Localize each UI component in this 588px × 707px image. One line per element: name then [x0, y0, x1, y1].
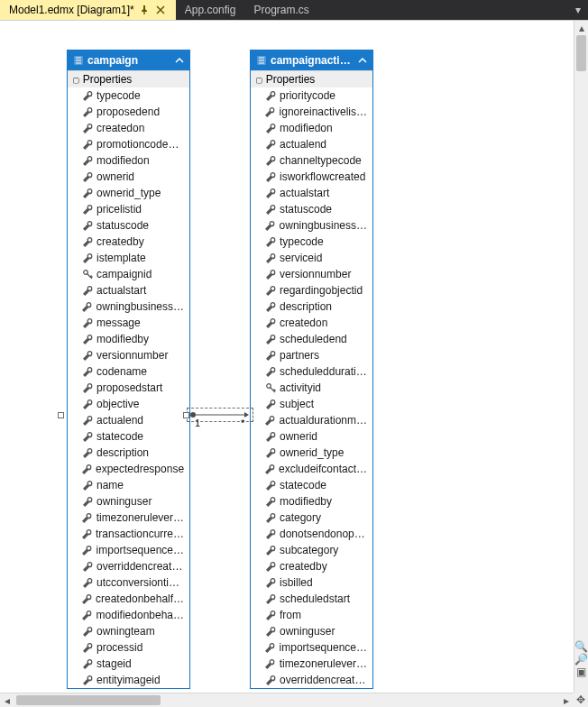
property-item[interactable]: statecode [68, 428, 189, 445]
property-item[interactable]: utcconversionti… [68, 574, 189, 591]
property-item[interactable]: proposedend [68, 104, 189, 120]
property-item[interactable]: prioritycode [251, 87, 372, 104]
pan-icon[interactable]: ✥ [574, 693, 588, 707]
property-item[interactable]: statuscode [68, 217, 189, 234]
selection-handle[interactable] [58, 412, 64, 418]
vertical-scrollbar[interactable]: ▴ 🔍 🔎 ▣ ▾ [574, 21, 588, 693]
property-item[interactable]: scheduleddurati… [251, 363, 372, 380]
zoom-in-icon[interactable]: 🔍 [574, 640, 588, 653]
properties-section-header[interactable]: ▢ Properties [251, 71, 372, 87]
property-item[interactable]: objective [68, 396, 189, 412]
collapse-icon[interactable]: ▢ [256, 74, 262, 86]
property-item[interactable]: createdon [251, 315, 372, 331]
scroll-track[interactable] [574, 35, 588, 642]
property-item[interactable]: typecode [251, 234, 372, 250]
property-item[interactable]: istemplate [68, 250, 189, 266]
property-item[interactable]: overriddencreat… [251, 672, 372, 688]
tab-model-edmx[interactable]: Model1.edmx [Diagram1]* [0, 0, 176, 20]
property-item[interactable]: modifiedon [68, 152, 189, 169]
property-item[interactable]: category [251, 510, 372, 526]
property-item[interactable]: subject [251, 396, 372, 412]
property-item[interactable]: statecode [251, 477, 372, 493]
property-item[interactable]: actualstart [251, 185, 372, 201]
property-item[interactable]: modifiedby [251, 493, 372, 510]
property-item[interactable]: versionnumber [68, 347, 189, 363]
property-item[interactable]: serviceid [251, 250, 372, 266]
property-item[interactable]: description [251, 298, 372, 315]
property-item[interactable]: expectedresponse [68, 461, 189, 477]
property-item[interactable]: createdonbehalf… [68, 591, 189, 607]
property-item[interactable]: actualend [251, 136, 372, 152]
property-item[interactable]: owningbusiness… [68, 298, 189, 315]
property-item[interactable]: promotioncode… [68, 136, 189, 152]
property-item[interactable]: scheduledend [251, 331, 372, 347]
property-item[interactable]: timezonerulever… [68, 510, 189, 526]
chevron-up-icon[interactable] [358, 56, 367, 65]
selection-handle[interactable] [183, 412, 189, 418]
tab-program-cs[interactable]: Program.cs [244, 0, 317, 20]
property-item[interactable]: importsequence… [251, 639, 372, 656]
pin-icon[interactable] [138, 4, 151, 16]
scroll-thumb[interactable] [16, 695, 161, 705]
property-item[interactable]: codename [68, 363, 189, 380]
property-item[interactable]: entityimageid [68, 672, 189, 688]
property-item[interactable]: owningbusiness… [251, 217, 372, 234]
property-item[interactable]: activityid [251, 380, 372, 396]
collapse-icon[interactable]: ▢ [73, 74, 79, 86]
property-item[interactable]: stageid [68, 656, 189, 672]
property-item[interactable]: transactioncurre… [68, 526, 189, 542]
scroll-right-icon[interactable]: ▸ [559, 693, 574, 707]
close-icon[interactable] [154, 4, 167, 16]
property-item[interactable]: donotsendonop… [251, 526, 372, 542]
property-item[interactable]: createdon [68, 120, 189, 136]
property-item[interactable]: ownerid [68, 169, 189, 185]
property-item[interactable]: description [68, 445, 189, 461]
property-item[interactable]: ownerid_type [251, 445, 372, 461]
scroll-left-icon[interactable]: ◂ [0, 693, 14, 707]
property-item[interactable]: isworkflowcreated [251, 169, 372, 185]
scroll-thumb[interactable] [576, 35, 586, 71]
property-item[interactable]: name [68, 477, 189, 493]
property-item[interactable]: actualdurationm… [251, 412, 372, 428]
tab-app-config[interactable]: App.config [176, 0, 245, 20]
property-item[interactable]: channeltypecode [251, 152, 372, 169]
entity-campaign[interactable]: campaign ▢ Properties typecodeproposeden… [67, 50, 190, 689]
property-item[interactable]: modifiedby [68, 331, 189, 347]
property-item[interactable]: partners [251, 347, 372, 363]
property-item[interactable]: owninguser [68, 493, 189, 510]
zoom-fit-icon[interactable]: ▣ [576, 666, 586, 678]
property-item[interactable]: subcategory [251, 542, 372, 558]
property-item[interactable]: processid [68, 639, 189, 656]
property-item[interactable]: overriddencreat… [68, 558, 189, 574]
property-item[interactable]: proposedstart [68, 380, 189, 396]
properties-section-header[interactable]: ▢ Properties [68, 71, 189, 87]
property-item[interactable]: actualstart [68, 282, 189, 298]
property-item[interactable]: ownerid [251, 428, 372, 445]
property-item[interactable]: campaignid [68, 266, 189, 282]
property-item[interactable]: statuscode [251, 201, 372, 217]
property-item[interactable]: owninguser [251, 623, 372, 639]
entity-header[interactable]: campaignacti… [251, 50, 372, 70]
property-item[interactable]: modifiedon [251, 120, 372, 136]
entity-campaignactivity[interactable]: campaignacti… ▢ Properties prioritycodei… [250, 50, 373, 689]
property-item[interactable]: isbilled [251, 574, 372, 591]
tab-overflow-dropdown-icon[interactable]: ▾ [572, 4, 584, 16]
property-item[interactable]: message [68, 315, 189, 331]
property-item[interactable]: ownerid_type [68, 185, 189, 201]
scroll-up-icon[interactable]: ▴ [574, 21, 588, 35]
horizontal-scrollbar[interactable]: ◂ ▸ [0, 693, 574, 707]
property-item[interactable]: regardingobjectid [251, 282, 372, 298]
property-item[interactable]: owningteam [68, 623, 189, 639]
property-item[interactable]: from [251, 607, 372, 623]
property-item[interactable]: ignoreinactivelis… [251, 104, 372, 120]
diagram-canvas[interactable]: campaign ▢ Properties typecodeproposeden… [0, 21, 574, 693]
zoom-out-icon[interactable]: 🔎 [574, 653, 588, 666]
chevron-up-icon[interactable] [175, 56, 184, 65]
property-item[interactable]: excludeifcontact… [251, 461, 372, 477]
property-item[interactable]: typecode [68, 87, 189, 104]
property-item[interactable]: createdby [68, 234, 189, 250]
entity-header[interactable]: campaign [68, 50, 189, 70]
property-item[interactable]: versionnumber [251, 266, 372, 282]
property-item[interactable]: createdby [251, 558, 372, 574]
property-item[interactable]: importsequence… [68, 542, 189, 558]
